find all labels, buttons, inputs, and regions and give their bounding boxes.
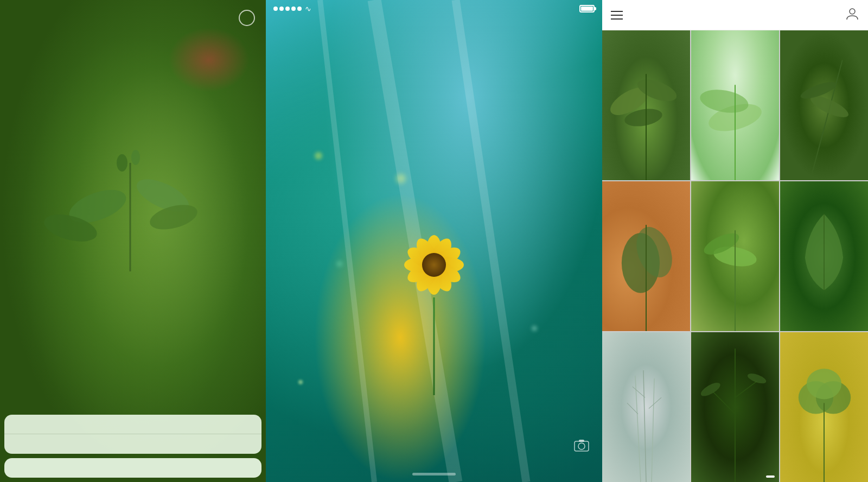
bokeh-2 bbox=[396, 174, 406, 183]
cell-9-leaves bbox=[780, 332, 868, 482]
flower-decoration bbox=[401, 232, 467, 297]
hamburger-line-1 bbox=[611, 11, 623, 12]
cell-bg-4 bbox=[602, 181, 690, 331]
cell-5-leaves bbox=[691, 181, 779, 331]
gallery-cell-9[interactable] bbox=[780, 332, 868, 482]
cell-bg-5 bbox=[691, 181, 779, 331]
panel-left bbox=[0, 0, 266, 482]
hamburger-line-3 bbox=[611, 18, 623, 20]
flower-head bbox=[401, 232, 467, 297]
home-bar bbox=[412, 473, 456, 475]
hamburger-line-2 bbox=[611, 15, 623, 16]
signal-dot-1 bbox=[273, 7, 278, 11]
gallery-header bbox=[602, 0, 868, 30]
panel-right bbox=[602, 0, 868, 482]
cell-1-leaves bbox=[602, 30, 690, 180]
left-background bbox=[0, 0, 266, 482]
cell-badge bbox=[766, 475, 775, 478]
svg-rect-12 bbox=[579, 440, 584, 442]
camera-button[interactable] bbox=[572, 435, 591, 455]
svg-line-9 bbox=[320, 0, 374, 482]
battery-area bbox=[576, 5, 595, 12]
gallery-cell-2[interactable] bbox=[691, 30, 779, 180]
flower-stem bbox=[433, 297, 435, 395]
svg-line-33 bbox=[652, 378, 654, 482]
gallery-cell-1[interactable] bbox=[602, 30, 690, 180]
bokeh-1 bbox=[315, 152, 322, 160]
svg-line-21 bbox=[810, 60, 842, 179]
profile-icon bbox=[845, 7, 859, 21]
hamburger-menu-button[interactable] bbox=[611, 11, 623, 20]
svg-point-6 bbox=[131, 150, 140, 165]
gallery-cell-8[interactable] bbox=[691, 332, 779, 482]
gallery-cell-6[interactable] bbox=[780, 181, 868, 331]
camera-icon bbox=[574, 439, 589, 452]
svg-line-35 bbox=[633, 386, 645, 397]
battery-icon bbox=[579, 5, 595, 12]
svg-line-36 bbox=[649, 397, 661, 408]
cell-bg-9 bbox=[780, 332, 868, 482]
gallery-grid bbox=[602, 30, 868, 482]
bokeh-3 bbox=[336, 261, 343, 267]
svg-line-32 bbox=[643, 370, 646, 482]
status-bar: ∿ bbox=[266, 0, 602, 17]
svg-point-5 bbox=[117, 154, 127, 172]
wifi-icon: ∿ bbox=[305, 4, 311, 13]
gallery-cell-4[interactable] bbox=[602, 181, 690, 331]
plant-svg bbox=[16, 109, 244, 271]
gallery-cell-7[interactable] bbox=[602, 332, 690, 482]
gallery-cell-3[interactable] bbox=[780, 30, 868, 180]
cell-bg-8 bbox=[691, 332, 779, 482]
cell-bg-7 bbox=[602, 332, 690, 482]
lock-screen-preview-button[interactable] bbox=[4, 415, 261, 434]
battery-fill bbox=[581, 7, 593, 11]
action-sheet bbox=[0, 415, 266, 482]
cancel-button[interactable] bbox=[4, 458, 261, 478]
bokeh-decoration bbox=[168, 27, 250, 92]
bokeh-5 bbox=[298, 380, 303, 384]
svg-point-11 bbox=[578, 443, 585, 449]
info-button[interactable] bbox=[239, 10, 255, 26]
cell-6-leaves bbox=[780, 181, 868, 331]
profile-button[interactable] bbox=[845, 7, 859, 24]
bokeh-4 bbox=[532, 326, 537, 331]
cell-3-leaves bbox=[780, 30, 868, 180]
signal-dot-5 bbox=[297, 7, 302, 11]
cell-bg-1 bbox=[602, 30, 690, 180]
cell-bg-2 bbox=[691, 30, 779, 180]
cell-4-leaves bbox=[602, 181, 690, 331]
signal-strength bbox=[273, 7, 302, 11]
home-screen-preview-button[interactable] bbox=[4, 434, 261, 454]
flower-center bbox=[422, 253, 446, 277]
cell-2-leaves bbox=[691, 30, 779, 180]
cell-bg-3 bbox=[780, 30, 868, 180]
cell-8-leaves bbox=[691, 332, 779, 482]
signal-dot-3 bbox=[285, 7, 290, 11]
cell-7-leaves bbox=[602, 332, 690, 482]
svg-line-39 bbox=[735, 381, 757, 397]
panel-center: ∿ bbox=[266, 0, 602, 482]
gallery-cell-5[interactable] bbox=[691, 181, 779, 331]
action-sheet-group bbox=[4, 415, 261, 454]
svg-point-40 bbox=[699, 380, 722, 398]
signal-dot-2 bbox=[279, 7, 284, 11]
svg-point-44 bbox=[807, 369, 841, 399]
cell-bg-6 bbox=[780, 181, 868, 331]
svg-line-38 bbox=[713, 392, 735, 414]
svg-point-13 bbox=[850, 9, 855, 14]
svg-point-41 bbox=[746, 372, 768, 386]
signal-dot-4 bbox=[291, 7, 296, 11]
